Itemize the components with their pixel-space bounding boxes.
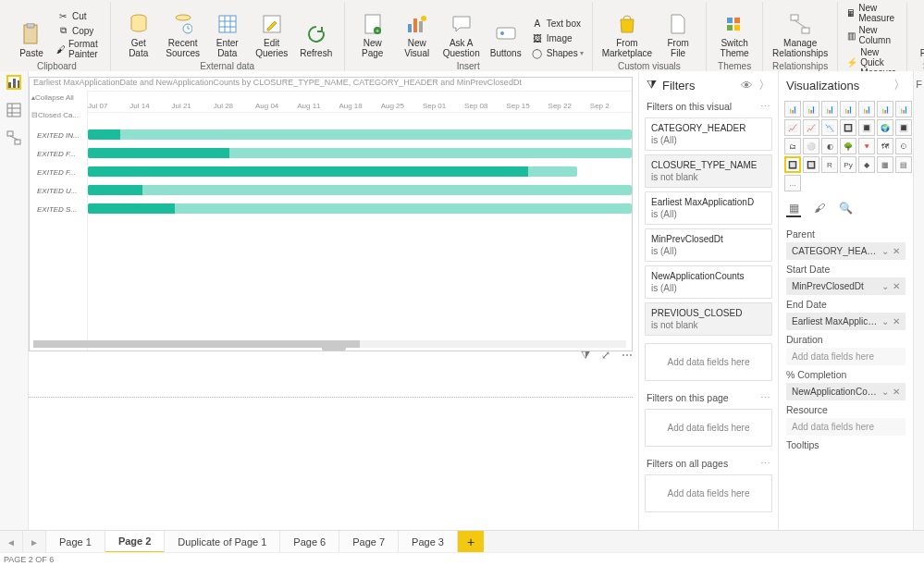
collapse-pane-icon[interactable]: 〉 [893, 77, 906, 93]
visual-resize-handle[interactable] [322, 345, 346, 351]
page-tab[interactable]: Page 7 [339, 531, 399, 553]
remove-field-icon[interactable]: ✕ [893, 246, 900, 256]
get-data-button[interactable]: Get Data [117, 10, 161, 60]
show-filter-icon[interactable]: 👁 [741, 79, 753, 92]
viz-type-tile[interactable]: ◆ [858, 156, 875, 173]
prev-page-button[interactable]: ◄ [0, 531, 23, 553]
page-tab[interactable]: Page 2 [105, 531, 165, 553]
filter-icon[interactable]: ⧩ [581, 349, 590, 362]
viz-type-tile[interactable]: 🔻 [858, 138, 875, 154]
add-page-button[interactable]: + [458, 531, 484, 553]
more-icon[interactable]: ⋯ [760, 392, 770, 403]
viz-type-tile[interactable]: 🌍 [877, 119, 893, 136]
chevron-down-icon[interactable]: ⌄ [881, 387, 889, 397]
publish-button[interactable]: Publish [913, 20, 924, 60]
field-well[interactable]: MinPrevClosedDt⌄✕ [786, 277, 906, 295]
filter-card[interactable]: CLOSURE_TYPE_NAMEis not blank [645, 154, 772, 188]
viz-type-tile[interactable]: 🗺 [877, 138, 893, 154]
collapse-pane-icon[interactable]: 〉 [758, 77, 770, 93]
viz-type-tile[interactable]: 📊 [895, 101, 912, 117]
gantt-bar-row[interactable] [88, 181, 632, 200]
viz-type-tile[interactable]: 📊 [821, 101, 838, 117]
edit-queries-button[interactable]: Edit Queries [250, 10, 294, 60]
filter-card[interactable]: MinPrevClosedDtis (All) [645, 228, 772, 262]
more-icon[interactable]: ⋯ [760, 458, 770, 469]
report-view-button[interactable] [6, 75, 21, 90]
more-options-icon[interactable]: ⋯ [622, 349, 633, 362]
chevron-down-icon[interactable]: ⌄ [881, 246, 889, 256]
copy-button[interactable]: ⧉Copy [54, 23, 105, 38]
next-page-button[interactable]: ► [23, 531, 46, 553]
viz-type-tile[interactable]: 📈 [803, 119, 819, 136]
viz-type-tile[interactable]: 🔳 [858, 119, 875, 136]
viz-type-tile[interactable]: … [784, 175, 801, 191]
viz-type-tile[interactable]: ⚪ [803, 138, 819, 154]
manage-relationships-button[interactable]: Manage Relationships [769, 10, 832, 60]
viz-type-tile[interactable]: R [821, 156, 838, 173]
viz-type-tile[interactable]: 📊 [803, 101, 819, 117]
recent-sources-button[interactable]: Recent Sources [161, 10, 205, 60]
chevron-down-icon[interactable]: ⌄ [881, 281, 889, 291]
page-tab[interactable]: Page 6 [280, 531, 339, 553]
add-page-filter-well[interactable]: Add data fields here [645, 409, 772, 447]
format-painter-button[interactable]: 🖌Format Painter [54, 38, 105, 60]
page-tab[interactable]: Page 1 [46, 531, 105, 553]
from-file-button[interactable]: From File [656, 10, 700, 60]
gantt-visual[interactable]: Earliest MaxApplicationDate and NewAppli… [29, 77, 633, 351]
switch-theme-button[interactable]: Switch Theme [712, 10, 757, 60]
viz-type-tile[interactable]: ⏲ [895, 138, 912, 154]
add-visual-filter-well[interactable]: Add data fields here [645, 343, 772, 381]
gantt-bar-row[interactable] [88, 126, 632, 144]
new-measure-button[interactable]: 🖩New Measure [844, 2, 901, 24]
viz-type-tile[interactable]: 📊 [840, 101, 856, 117]
filter-card[interactable]: Earliest MaxApplicationDis (All) [645, 191, 772, 225]
filter-card[interactable]: CATEGORY_HEADERis (All) [645, 117, 772, 151]
field-well[interactable]: CATEGORY_HEADER⌄✕ [786, 242, 906, 260]
add-all-filter-well[interactable]: Add data fields here [645, 474, 772, 512]
enter-data-button[interactable]: Enter Data [205, 10, 250, 60]
more-icon[interactable]: ⋯ [760, 101, 770, 112]
viz-type-tile[interactable]: ▤ [895, 156, 912, 173]
fields-pane-collapsed[interactable]: F [913, 71, 924, 536]
cut-button[interactable]: ✂Cut [54, 8, 105, 23]
image-button[interactable]: 🖼Image [528, 31, 586, 45]
new-visual-button[interactable]: New Visual [395, 10, 439, 60]
field-well[interactable]: Add data fields here [786, 348, 906, 365]
fields-tab-icon[interactable]: ▦ [786, 201, 801, 217]
gantt-bar-row[interactable] [88, 163, 632, 181]
text-box-button[interactable]: AText box [528, 16, 586, 31]
viz-type-tile[interactable]: 🌳 [840, 138, 856, 154]
field-well[interactable]: Earliest MaxApplicationD⌄✕ [786, 313, 906, 330]
page-tab[interactable]: Duplicate of Page 1 [165, 531, 280, 553]
data-view-button[interactable] [6, 103, 21, 117]
viz-type-tile[interactable]: 🔲 [784, 156, 801, 173]
shapes-button[interactable]: ◯Shapes▾ [528, 45, 586, 60]
viz-type-tile[interactable]: Py [840, 156, 856, 173]
viz-type-tile[interactable]: 📊 [858, 101, 875, 117]
remove-field-icon[interactable]: ✕ [893, 281, 900, 291]
field-well[interactable]: Add data fields here [786, 418, 906, 436]
new-page-button[interactable]: +New Page [351, 10, 395, 60]
gantt-bar-row[interactable] [88, 200, 632, 218]
viz-type-tile[interactable]: 🗂 [784, 138, 801, 154]
gantt-bar-row[interactable] [88, 144, 632, 163]
format-tab-icon[interactable]: 🖌 [812, 201, 827, 215]
refresh-button[interactable]: Refresh [294, 20, 339, 60]
viz-type-tile[interactable]: 📊 [784, 101, 801, 117]
ask-question-button[interactable]: Ask A Question [439, 10, 484, 60]
viz-type-tile[interactable]: 🔳 [895, 119, 912, 136]
viz-type-tile[interactable]: 📈 [784, 119, 801, 136]
parent-row[interactable]: ⊟ Closed Ca... [30, 104, 87, 126]
filter-card[interactable]: PREVIOUS_CLOSEDis not blank [645, 302, 772, 336]
remove-field-icon[interactable]: ✕ [893, 316, 900, 326]
from-marketplace-button[interactable]: From Marketplace [598, 10, 656, 60]
viz-type-tile[interactable]: 📊 [877, 101, 893, 117]
field-well[interactable]: NewApplicationCounts⌄✕ [786, 383, 906, 400]
viz-type-tile[interactable]: ▦ [877, 156, 893, 173]
viz-type-tile[interactable]: ◐ [821, 138, 838, 154]
collapse-all-button[interactable]: ▴ Collapse All [30, 91, 87, 104]
report-canvas[interactable]: Earliest MaxApplicationDate and NewAppli… [29, 71, 638, 536]
focus-mode-icon[interactable]: ⤢ [601, 349, 610, 362]
viz-type-tile[interactable]: 🔲 [803, 156, 819, 173]
page-tab[interactable]: Page 3 [399, 531, 458, 553]
